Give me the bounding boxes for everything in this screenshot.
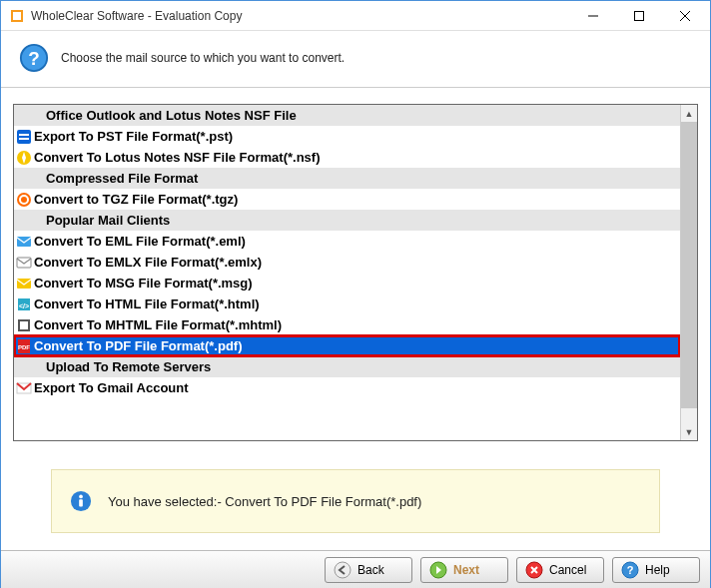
- button-bar: Back Next Cancel ? Help: [1, 550, 710, 588]
- cancel-label: Cancel: [549, 563, 586, 577]
- tgz-icon: [16, 192, 32, 208]
- list-item-label: Convert To Lotus Notes NSF File Format(*…: [34, 150, 321, 165]
- list-item-label: Office Outlook and Lotus Notes NSF File: [46, 108, 297, 123]
- back-button[interactable]: Back: [325, 557, 412, 583]
- close-button[interactable]: [662, 1, 708, 30]
- svg-point-24: [79, 495, 83, 499]
- pdf-icon: PDF: [16, 338, 32, 354]
- list-item-label: Compressed File Format: [46, 171, 198, 186]
- list-item[interactable]: Convert To EMLX File Format(*.emlx): [14, 252, 680, 273]
- list-item-label: Upload To Remote Servers: [46, 359, 211, 374]
- app-icon: [9, 8, 25, 24]
- list-group-header: Compressed File Format: [14, 168, 680, 189]
- help-icon: ?: [621, 561, 639, 579]
- next-icon: [429, 561, 447, 579]
- list-item[interactable]: Convert To Lotus Notes NSF File Format(*…: [14, 147, 680, 168]
- html-icon: </>: [16, 296, 32, 312]
- svg-rect-8: [17, 130, 31, 144]
- content-area: Office Outlook and Lotus Notes NSF FileE…: [1, 88, 710, 449]
- back-icon: [334, 561, 352, 579]
- maximize-button[interactable]: [616, 1, 662, 30]
- svg-text:?: ?: [28, 48, 39, 69]
- status-text: You have selected:- Convert To PDF File …: [108, 494, 421, 509]
- svg-rect-25: [79, 499, 83, 506]
- list-item-label: Convert To MHTML File Format(*.mhtml): [34, 317, 282, 332]
- list-item[interactable]: Export To PST File Format(*.pst): [14, 126, 680, 147]
- info-icon: [70, 490, 92, 512]
- list-item[interactable]: Export To Gmail Account: [14, 377, 680, 398]
- svg-text:</>: </>: [19, 302, 29, 309]
- list-item[interactable]: Convert to TGZ File Format(*.tgz): [14, 189, 680, 210]
- mhtml-icon: [16, 317, 32, 333]
- cancel-button[interactable]: Cancel: [516, 557, 604, 583]
- eml-icon: [16, 234, 32, 250]
- pst-icon: [16, 129, 32, 145]
- list-group-header: Popular Mail Clients: [14, 210, 680, 231]
- list-item-label: Convert to TGZ File Format(*.tgz): [34, 192, 238, 207]
- header-prompt: Choose the mail source to which you want…: [61, 51, 345, 65]
- status-area: You have selected:- Convert To PDF File …: [1, 449, 710, 555]
- svg-point-26: [335, 562, 351, 578]
- svg-rect-10: [19, 138, 29, 140]
- list-item-label: Convert To EMLX File Format(*.emlx): [34, 255, 262, 270]
- minimize-button[interactable]: [570, 1, 616, 30]
- scroll-thumb[interactable]: [681, 122, 697, 408]
- window-controls: [570, 1, 708, 30]
- list-group-header: Office Outlook and Lotus Notes NSF File: [14, 105, 680, 126]
- svg-rect-1: [13, 12, 21, 20]
- list-item[interactable]: Convert To EML File Format(*.eml): [14, 231, 680, 252]
- list-item-label: Export To Gmail Account: [34, 380, 189, 395]
- format-listbox[interactable]: Office Outlook and Lotus Notes NSF FileE…: [13, 104, 698, 441]
- list-item[interactable]: Convert To MHTML File Format(*.mhtml): [14, 314, 680, 335]
- cancel-icon: [525, 561, 543, 579]
- status-box: You have selected:- Convert To PDF File …: [51, 469, 660, 533]
- question-icon: ?: [19, 43, 49, 73]
- list-item[interactable]: PDFConvert To PDF File Format(*.pdf): [14, 335, 680, 356]
- window-title: WholeClear Software - Evaluation Copy: [31, 9, 570, 23]
- list-item-label: Convert To EML File Format(*.eml): [34, 234, 246, 249]
- svg-text:PDF: PDF: [18, 344, 30, 350]
- svg-rect-14: [17, 258, 31, 268]
- scrollbar[interactable]: ▲ ▼: [680, 105, 697, 440]
- nsf-icon: [16, 150, 32, 166]
- header: ? Choose the mail source to which you wa…: [1, 31, 710, 88]
- msg-icon: [16, 276, 32, 292]
- svg-rect-13: [17, 237, 31, 247]
- list-item-label: Convert To PDF File Format(*.pdf): [34, 338, 242, 353]
- list-item-label: Convert To MSG File Format(*.msg): [34, 276, 253, 291]
- scroll-down-button[interactable]: ▼: [681, 423, 697, 440]
- gmail-icon: [16, 380, 32, 396]
- list-group-header: Upload To Remote Servers: [14, 356, 680, 377]
- emlx-icon: [16, 255, 32, 271]
- svg-rect-3: [635, 11, 644, 20]
- list-item[interactable]: Convert To MSG File Format(*.msg): [14, 273, 680, 294]
- list-item-label: Convert To HTML File Format(*.html): [34, 296, 260, 311]
- titlebar: WholeClear Software - Evaluation Copy: [1, 1, 710, 31]
- back-label: Back: [357, 563, 384, 577]
- next-button[interactable]: Next: [420, 557, 508, 583]
- svg-rect-9: [19, 134, 29, 136]
- scroll-up-button[interactable]: ▲: [681, 105, 697, 122]
- list-item-label: Export To PST File Format(*.pst): [34, 129, 233, 144]
- svg-rect-15: [17, 279, 31, 289]
- list-item[interactable]: </>Convert To HTML File Format(*.html): [14, 294, 680, 314]
- help-button[interactable]: ? Help: [612, 557, 700, 583]
- help-label: Help: [645, 563, 670, 577]
- svg-text:?: ?: [627, 564, 634, 576]
- svg-rect-19: [20, 321, 28, 329]
- list-item-label: Popular Mail Clients: [46, 213, 170, 228]
- next-label: Next: [453, 563, 479, 577]
